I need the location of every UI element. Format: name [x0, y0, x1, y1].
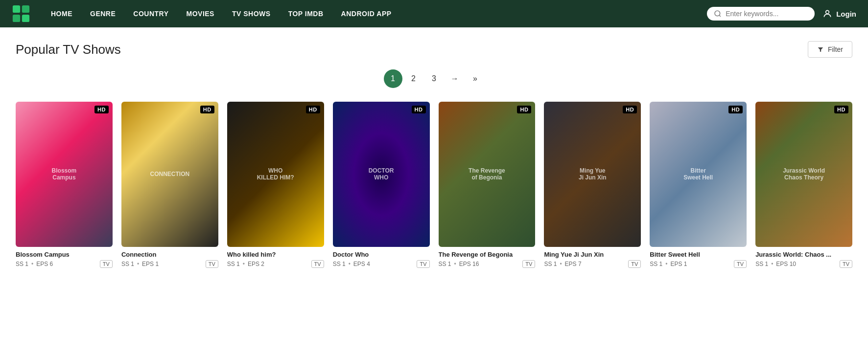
show-thumbnail: Ming YueJi Jun Xin HD	[544, 102, 641, 247]
last-page-button[interactable]: »	[466, 69, 485, 88]
show-eps: EPS 4	[353, 261, 370, 267]
show-info: Who killed him? SS 1 • EPS 2 TV	[227, 247, 324, 270]
svg-rect-1	[22, 5, 29, 13]
pagination: 1 2 3 → »	[16, 69, 852, 88]
show-title: Jurassic World: Chaos ...	[755, 251, 852, 258]
show-card[interactable]: Ming YueJi Jun Xin HD Ming Yue Ji Jun Xi…	[544, 102, 641, 270]
site-logo[interactable]	[12, 4, 30, 23]
separator: •	[665, 261, 667, 267]
shows-grid: BlossomCampus HD Blossom Campus SS 1 • E…	[16, 102, 852, 270]
show-eps: EPS 1	[142, 261, 159, 267]
page-2-button[interactable]: 2	[404, 69, 423, 88]
show-card[interactable]: The Revengeof Begonia HD The Revenge of …	[439, 102, 536, 270]
nav-genre[interactable]: GENRE	[81, 0, 124, 27]
type-badge: TV	[522, 260, 535, 268]
show-card[interactable]: CONNECTION HD Connection SS 1 • EPS 1 TV	[121, 102, 218, 270]
show-eps: EPS 10	[776, 261, 796, 267]
svg-rect-2	[13, 15, 20, 22]
show-thumbnail: Jurassic WorldChaos Theory HD	[755, 102, 852, 247]
main-nav: HOME GENRE COUNTRY MOVIES TV SHOWS TOP I…	[0, 0, 868, 27]
show-season: SS 1	[439, 261, 451, 267]
show-thumbnail: BlossomCampus HD	[16, 102, 113, 247]
svg-marker-7	[818, 47, 823, 52]
type-badge: TV	[628, 260, 641, 268]
hd-badge: HD	[517, 106, 531, 113]
show-title: Blossom Campus	[16, 251, 113, 258]
show-season: SS 1	[16, 261, 28, 267]
show-info: Connection SS 1 • EPS 1 TV	[121, 247, 218, 270]
hd-badge: HD	[412, 106, 426, 113]
show-title: The Revenge of Begonia	[439, 251, 536, 258]
show-title: Who killed him?	[227, 251, 324, 258]
show-title: Bitter Sweet Hell	[650, 251, 747, 258]
show-art-placeholder: CONNECTION	[121, 102, 218, 247]
nav-home[interactable]: HOME	[42, 0, 81, 27]
hd-badge: HD	[623, 106, 637, 113]
show-thumbnail: The Revengeof Begonia HD	[439, 102, 536, 247]
filter-button[interactable]: Filter	[808, 41, 852, 58]
show-meta: SS 1 • EPS 7 TV	[544, 260, 641, 268]
show-season: SS 1	[755, 261, 768, 267]
show-season: SS 1	[227, 261, 240, 267]
hd-badge: HD	[94, 106, 109, 113]
type-badge: TV	[311, 260, 324, 268]
type-badge: TV	[206, 260, 218, 268]
show-meta: SS 1 • EPS 2 TV	[227, 260, 324, 268]
search-icon	[714, 10, 722, 18]
show-thumbnail: CONNECTION HD	[121, 102, 218, 247]
nav-tvshows[interactable]: TV SHOWS	[223, 0, 280, 27]
show-info: Blossom Campus SS 1 • EPS 6 TV	[16, 247, 113, 270]
show-thumbnail: BitterSweet Hell HD	[650, 102, 747, 247]
separator: •	[454, 261, 456, 267]
nav-links: HOME GENRE COUNTRY MOVIES TV SHOWS TOP I…	[42, 0, 707, 27]
nav-right: Login	[707, 7, 856, 21]
login-button[interactable]: Login	[822, 9, 856, 19]
show-card[interactable]: Jurassic WorldChaos Theory HD Jurassic W…	[755, 102, 852, 270]
show-info: Jurassic World: Chaos ... SS 1 • EPS 10 …	[755, 247, 852, 270]
next-page-button[interactable]: →	[446, 69, 464, 88]
show-eps: EPS 1	[670, 261, 687, 267]
hd-badge: HD	[200, 106, 214, 113]
page-3-button[interactable]: 3	[425, 69, 444, 88]
nav-androidapp[interactable]: ANDROID APP	[332, 0, 400, 27]
hd-badge: HD	[306, 106, 320, 113]
nav-topimdb[interactable]: TOP IMDB	[280, 0, 332, 27]
show-thumbnail: DOCTORWHO HD	[333, 102, 430, 247]
show-title: Doctor Who	[333, 251, 430, 258]
show-card[interactable]: BlossomCampus HD Blossom Campus SS 1 • E…	[16, 102, 113, 270]
show-meta: SS 1 • EPS 1 TV	[121, 260, 218, 268]
show-meta: SS 1 • EPS 1 TV	[650, 260, 747, 268]
svg-point-4	[715, 11, 720, 16]
show-season: SS 1	[121, 261, 134, 267]
show-season: SS 1	[333, 261, 346, 267]
search-input[interactable]	[726, 10, 808, 18]
show-title: Connection	[121, 251, 218, 258]
show-title: Ming Yue Ji Jun Xin	[544, 251, 641, 258]
page-1-button[interactable]: 1	[384, 69, 402, 88]
show-art-placeholder: BitterSweet Hell	[650, 102, 747, 247]
nav-country[interactable]: COUNTRY	[124, 0, 177, 27]
hd-badge: HD	[728, 106, 743, 113]
show-art-placeholder: Jurassic WorldChaos Theory	[755, 102, 852, 247]
svg-point-6	[826, 10, 829, 14]
show-art-placeholder: DOCTORWHO	[333, 102, 430, 247]
show-card[interactable]: DOCTORWHO HD Doctor Who SS 1 • EPS 4 TV	[333, 102, 430, 270]
svg-rect-0	[13, 5, 20, 13]
nav-movies[interactable]: MOVIES	[178, 0, 223, 27]
search-box	[707, 7, 815, 21]
show-card[interactable]: WHOKILLED HIM? HD Who killed him? SS 1 •…	[227, 102, 324, 270]
show-info: Ming Yue Ji Jun Xin SS 1 • EPS 7 TV	[544, 247, 641, 270]
separator: •	[243, 261, 245, 267]
show-season: SS 1	[544, 261, 557, 267]
show-info: Bitter Sweet Hell SS 1 • EPS 1 TV	[650, 247, 747, 270]
show-info: The Revenge of Begonia SS 1 • EPS 16 TV	[439, 247, 536, 270]
show-eps: EPS 7	[565, 261, 582, 267]
show-art-placeholder: Ming YueJi Jun Xin	[544, 102, 641, 247]
show-card[interactable]: BitterSweet Hell HD Bitter Sweet Hell SS…	[650, 102, 747, 270]
show-meta: SS 1 • EPS 4 TV	[333, 260, 430, 268]
show-thumbnail: WHOKILLED HIM? HD	[227, 102, 324, 247]
show-art-placeholder: WHOKILLED HIM?	[227, 102, 324, 247]
hd-badge: HD	[834, 106, 848, 113]
show-eps: EPS 2	[248, 261, 264, 267]
type-badge: TV	[840, 260, 852, 268]
